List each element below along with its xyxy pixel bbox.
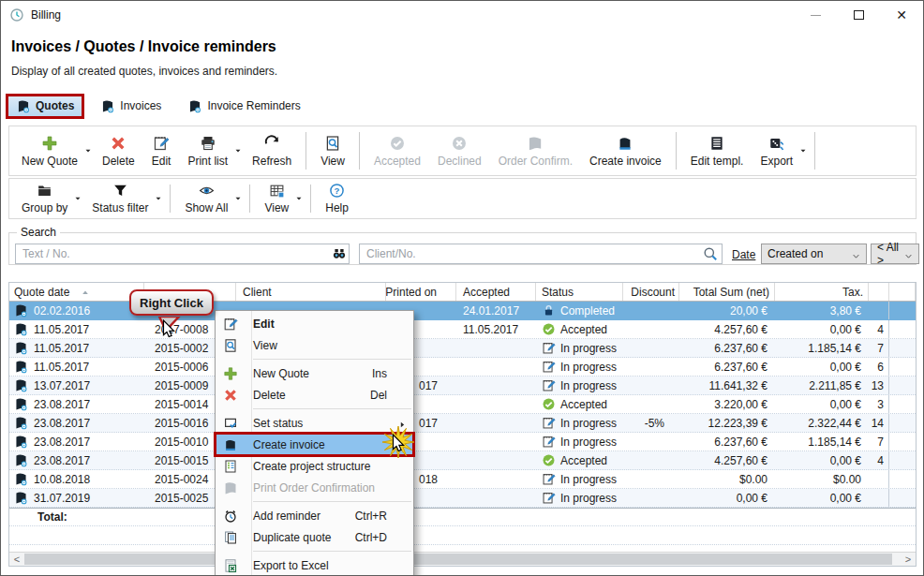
toolbar-button-label: Help <box>325 201 349 214</box>
close-button[interactable]: ✕ <box>880 1 923 29</box>
print-list-button[interactable]: Print list <box>179 128 236 173</box>
column-header-quote-date[interactable]: Quote date <box>9 283 144 301</box>
help-button[interactable]: ?Help <box>317 181 357 216</box>
scroll-right-icon[interactable]: > <box>901 553 916 566</box>
discount-cell <box>623 395 679 413</box>
quote-row[interactable]: 10.08.20182015-0024018In progress$0.00$0… <box>9 470 916 489</box>
dropdown-caret-icon[interactable] <box>292 181 305 216</box>
dropdown-caret-icon[interactable] <box>71 181 83 216</box>
column-header-blank[interactable] <box>869 283 889 301</box>
menu-item-edit[interactable]: Edit <box>216 313 413 334</box>
column-header-accepted[interactable]: Accepted <box>456 283 536 301</box>
maximize-icon <box>854 10 864 20</box>
tax-cell-value: 0,00 € <box>830 361 861 374</box>
help-icon: ? <box>329 183 345 199</box>
horizontal-scrollbar[interactable]: < > <box>9 552 916 566</box>
menu-item-delete[interactable]: DeleteDel <box>216 384 413 406</box>
scroll-left-icon[interactable]: < <box>9 553 24 566</box>
funnel-icon <box>112 183 128 199</box>
quote-row[interactable]: 23.08.20172015-0014Accepted3.220,00 €0,0… <box>9 395 916 414</box>
quote-row[interactable]: 13.07.20172015-0009017In progress11.641,… <box>9 377 916 395</box>
printed-on-cell-value: 017 <box>419 379 438 392</box>
quote-row[interactable]: 11.05.20172015-0006In progress6.237,60 €… <box>9 358 916 377</box>
status-label: Completed <box>560 304 615 318</box>
view-button[interactable]: View <box>312 128 353 173</box>
edit-button[interactable]: Edit <box>143 128 180 173</box>
dropdown-caret-icon[interactable] <box>231 128 244 173</box>
column-header-client[interactable]: Client <box>236 283 386 301</box>
quote-row[interactable]: 31.07.20192015-0025In progress0,00 €0,00… <box>9 489 916 508</box>
show-all-button[interactable]: Show All <box>176 181 236 216</box>
scrollbar-thumb[interactable] <box>24 554 892 565</box>
menu-item-duplicate-quote[interactable]: Duplicate quoteCtrl+D <box>216 526 413 548</box>
column-header-total-sum-net-[interactable]: Total Sum (net) <box>679 283 775 301</box>
column-header-status[interactable]: Status <box>536 283 623 301</box>
excel-icon <box>223 558 238 573</box>
column-header-blank[interactable] <box>889 283 916 301</box>
toolbar-separator <box>170 185 171 213</box>
accepted-cell <box>456 489 536 507</box>
binoculars-icon[interactable] <box>332 246 347 261</box>
tab-invoice-reminders[interactable]: Invoice Reminders <box>180 96 307 116</box>
group-by-button[interactable]: Group by <box>13 181 76 216</box>
set-status-icon <box>223 416 238 431</box>
dropdown-caret-icon[interactable] <box>231 181 244 216</box>
dropdown-caret-icon[interactable] <box>82 128 94 173</box>
maximize-button[interactable] <box>837 1 880 29</box>
menu-item-add-reminder[interactable]: Add reminderCtrl+R <box>216 505 413 526</box>
status-cell: In progress <box>536 470 623 488</box>
clipped-column-cell <box>869 489 889 507</box>
quote-row[interactable]: 23.08.20172015-0016017In progress-5%12.2… <box>9 414 916 433</box>
edit-templ--button[interactable]: Edit templ. <box>682 128 753 173</box>
new-quote-button[interactable]: New Quote <box>13 128 86 173</box>
total-net-cell-value: 6.237,60 € <box>714 342 768 355</box>
accepted-cell <box>456 414 536 432</box>
delete-button[interactable]: Delete <box>94 128 143 173</box>
view-button[interactable]: View <box>256 181 297 216</box>
toolbar-separator <box>814 132 815 170</box>
close-icon: ✕ <box>896 8 907 22</box>
tab-invoices[interactable]: Invoices <box>93 96 169 116</box>
search-client-input[interactable] <box>359 244 723 264</box>
clipped-column-cell: 4 <box>869 320 889 338</box>
edit-icon <box>223 317 238 332</box>
lock-icon <box>542 303 556 318</box>
export-button[interactable]: Export <box>752 128 801 173</box>
main-toolbar: New QuoteDeleteEditPrint listRefreshView… <box>8 126 917 176</box>
date-range-select[interactable]: < All > <box>871 244 919 264</box>
quote-row[interactable]: 11.05.20172015-0002In progress6.237,60 €… <box>9 339 916 358</box>
accepted-cell: 24.01.2017 <box>456 302 536 319</box>
toolbar-button-label: Print list <box>187 155 228 168</box>
quote-number-cell-value: 2015-0010 <box>155 436 208 449</box>
column-header-discount[interactable]: Discount <box>623 283 679 301</box>
dropdown-caret-icon[interactable] <box>152 181 164 216</box>
refresh-button[interactable]: Refresh <box>244 128 300 173</box>
menu-item-view[interactable]: View <box>216 334 413 356</box>
minimize-button[interactable] <box>794 1 837 29</box>
quote-row[interactable]: 11.05.20172017-000811.05.2017Accepted4.2… <box>9 320 916 339</box>
quote-doc-icon <box>14 397 28 411</box>
magnifier-icon[interactable] <box>703 246 718 261</box>
status-filter-button[interactable]: Status filter <box>83 181 156 216</box>
quote-doc-icon <box>16 99 31 113</box>
quote-row[interactable]: 23.08.20172015-0010In progress6.237,60 €… <box>9 433 916 451</box>
total-net-cell: 12.223,39 € <box>679 414 775 432</box>
tax-cell: 2.211,85 € <box>775 377 869 394</box>
discount-cell <box>623 377 679 394</box>
clipped-column-cell-value: 14 <box>872 417 884 430</box>
quote-row[interactable]: 23.08.20172015-0015Accepted4.257,60 €0,0… <box>9 451 916 470</box>
column-header-tax-[interactable]: Tax. <box>775 283 869 301</box>
date-field-select[interactable]: Created on <box>761 244 867 264</box>
tax-cell-value: $0.00 <box>833 473 861 486</box>
quote-document-icon <box>14 397 28 411</box>
menu-item-export-to-excel[interactable]: Export to Excel <box>216 554 413 576</box>
create-invoice-button[interactable]: Create invoice <box>581 128 670 173</box>
menu-item-new-quote[interactable]: New QuoteIns <box>216 362 413 384</box>
status-label: In progress <box>560 379 617 392</box>
column-header-printed-on[interactable]: Printed on <box>386 283 456 301</box>
toolbar-button-label: Delete <box>102 155 135 168</box>
clipped-column-cell <box>869 302 889 319</box>
tab-quotes[interactable]: Quotes <box>8 96 82 116</box>
search-text-input[interactable] <box>15 244 350 264</box>
dropdown-caret-icon[interactable] <box>797 128 809 173</box>
